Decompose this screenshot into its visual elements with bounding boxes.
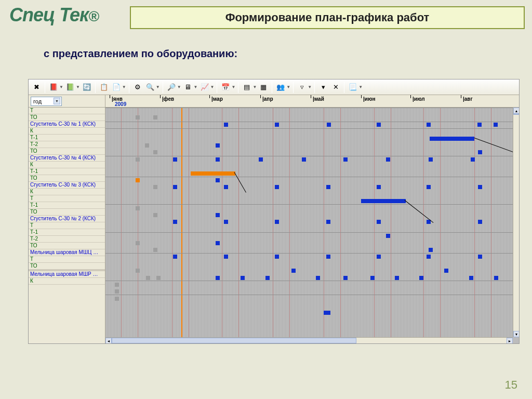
task-marker[interactable] bbox=[153, 248, 157, 252]
task-bar[interactable] bbox=[430, 137, 474, 141]
task-marker[interactable] bbox=[216, 241, 220, 245]
grid-icon[interactable]: ▦ bbox=[258, 82, 269, 93]
zoom-icon[interactable]: 🔎 bbox=[166, 82, 177, 93]
dropdown-arrow-icon[interactable]: ▼ bbox=[156, 85, 160, 89]
task-marker[interactable] bbox=[136, 269, 140, 273]
chart-icon[interactable]: 📈 bbox=[199, 82, 210, 93]
scroll-up-icon[interactable]: ▲ bbox=[513, 108, 519, 114]
equipment-row[interactable]: Т-1 bbox=[29, 229, 105, 236]
dropdown-arrow-icon[interactable]: ▼ bbox=[76, 85, 80, 89]
task-marker[interactable] bbox=[291, 269, 296, 273]
task-marker[interactable] bbox=[326, 311, 330, 315]
task-marker[interactable] bbox=[377, 123, 381, 127]
task-marker[interactable] bbox=[327, 123, 331, 127]
equipment-row[interactable]: Т-2 bbox=[29, 236, 105, 243]
scrollbar-horizontal[interactable]: ◄ ► bbox=[105, 337, 513, 343]
task-marker[interactable] bbox=[302, 157, 306, 162]
equipment-row[interactable]: Т-1 bbox=[29, 135, 105, 141]
equipment-row[interactable]: К bbox=[29, 162, 105, 168]
task-marker[interactable] bbox=[173, 220, 177, 224]
task-marker[interactable] bbox=[343, 276, 348, 280]
task-marker[interactable] bbox=[477, 123, 482, 127]
equipment-row[interactable]: Т bbox=[29, 222, 105, 229]
equipment-group[interactable]: Сгуститель С-30 № 4 (КСК) bbox=[29, 155, 105, 162]
task-marker[interactable] bbox=[427, 123, 431, 127]
equipment-row[interactable]: Т-1 bbox=[29, 168, 105, 175]
gear-icon[interactable]: ⚙ bbox=[132, 82, 143, 93]
equipment-row[interactable]: Т-1 bbox=[29, 202, 105, 209]
task-marker[interactable] bbox=[494, 123, 498, 127]
list-icon[interactable]: 📋 bbox=[98, 82, 110, 93]
find-icon[interactable]: 🔍 bbox=[144, 82, 156, 93]
task-marker[interactable] bbox=[136, 206, 140, 210]
task-marker[interactable] bbox=[136, 115, 140, 119]
task-marker[interactable] bbox=[224, 185, 228, 189]
task-marker[interactable] bbox=[386, 234, 390, 238]
scroll-left-icon[interactable]: ◄ bbox=[105, 338, 112, 343]
delete-icon[interactable]: ✖ bbox=[31, 82, 42, 93]
scrollbar-vertical[interactable]: ▲ ▼ bbox=[513, 108, 519, 337]
page-icon[interactable]: 📃 bbox=[347, 82, 358, 93]
dropdown-arrow-icon[interactable]: ▼ bbox=[59, 85, 63, 89]
task-marker[interactable] bbox=[153, 115, 157, 119]
equipment-group[interactable]: Мельница шаровая МШР № 15 bbox=[29, 271, 105, 278]
task-marker[interactable] bbox=[377, 255, 381, 259]
equipment-group[interactable]: Мельница шаровая МШЦ № 22 bbox=[29, 249, 105, 256]
dropdown-arrow-icon[interactable]: ▼ bbox=[286, 85, 290, 89]
task-marker[interactable] bbox=[216, 157, 220, 162]
task-marker[interactable] bbox=[377, 185, 381, 189]
equipment-row[interactable]: ТО bbox=[29, 263, 105, 270]
dropdown-arrow-icon[interactable]: ▼ bbox=[252, 85, 257, 89]
task-marker[interactable] bbox=[153, 213, 157, 217]
dropdown-arrow-icon[interactable]: ▼ bbox=[358, 85, 363, 89]
task-marker[interactable] bbox=[115, 283, 119, 287]
equipment-row[interactable]: К bbox=[29, 278, 105, 285]
dropdown-arrow-icon[interactable]: ▼ bbox=[308, 85, 312, 89]
task-marker[interactable] bbox=[395, 276, 399, 280]
equipment-row[interactable]: Т bbox=[29, 256, 105, 263]
equipment-group[interactable]: Сгуститель С-30 № 3 (КСК) bbox=[29, 182, 105, 189]
task-marker[interactable] bbox=[216, 178, 220, 182]
equipment-row[interactable]: Т-2 bbox=[29, 141, 105, 148]
task-marker[interactable] bbox=[494, 276, 498, 280]
task-marker[interactable] bbox=[156, 276, 161, 280]
doc-green-icon[interactable]: 📗 bbox=[64, 82, 76, 93]
task-marker[interactable] bbox=[444, 269, 448, 273]
task-marker[interactable] bbox=[216, 143, 220, 148]
task-marker[interactable] bbox=[275, 255, 279, 259]
equipment-row[interactable]: ТО bbox=[29, 243, 105, 249]
task-marker[interactable] bbox=[471, 157, 475, 162]
task-marker[interactable] bbox=[224, 220, 228, 224]
task-marker[interactable] bbox=[275, 220, 279, 224]
task-marker[interactable] bbox=[115, 289, 119, 294]
people-icon[interactable]: 👥 bbox=[275, 82, 286, 93]
scroll-right-icon[interactable]: ► bbox=[507, 338, 513, 343]
dropdown-arrow-icon[interactable]: ▼ bbox=[177, 85, 181, 89]
gantt-chart[interactable]: 2009 |янв|фев|мар|апр|май|июн|июл|авг ▲ … bbox=[105, 95, 519, 343]
task-marker[interactable] bbox=[173, 157, 177, 162]
task-marker[interactable] bbox=[370, 276, 375, 280]
task-marker[interactable] bbox=[153, 185, 157, 189]
task-marker[interactable] bbox=[419, 276, 423, 280]
task-marker[interactable] bbox=[136, 178, 140, 182]
task-marker[interactable] bbox=[326, 220, 330, 224]
task-marker[interactable] bbox=[224, 255, 228, 259]
task-marker[interactable] bbox=[429, 157, 433, 162]
equipment-row[interactable]: ТО bbox=[29, 175, 105, 182]
equipment-row[interactable]: Т bbox=[29, 195, 105, 202]
dropdown-arrow-icon[interactable]: ▼ bbox=[122, 85, 126, 89]
equipment-row[interactable]: К bbox=[29, 189, 105, 195]
task-marker[interactable] bbox=[478, 255, 482, 259]
task-marker[interactable] bbox=[326, 255, 330, 259]
task-marker[interactable] bbox=[316, 276, 320, 280]
task-marker[interactable] bbox=[427, 255, 431, 259]
refresh-icon[interactable]: 🔄 bbox=[81, 82, 92, 93]
task-marker[interactable] bbox=[429, 248, 433, 252]
task-marker[interactable] bbox=[173, 185, 177, 189]
calendar-icon[interactable]: 📅 bbox=[220, 82, 231, 93]
screen-icon[interactable]: 🖥 bbox=[182, 82, 194, 93]
task-marker[interactable] bbox=[478, 220, 482, 224]
task-marker[interactable] bbox=[343, 157, 348, 162]
task-marker[interactable] bbox=[377, 220, 381, 224]
equipment-row[interactable]: ТО bbox=[29, 114, 105, 121]
